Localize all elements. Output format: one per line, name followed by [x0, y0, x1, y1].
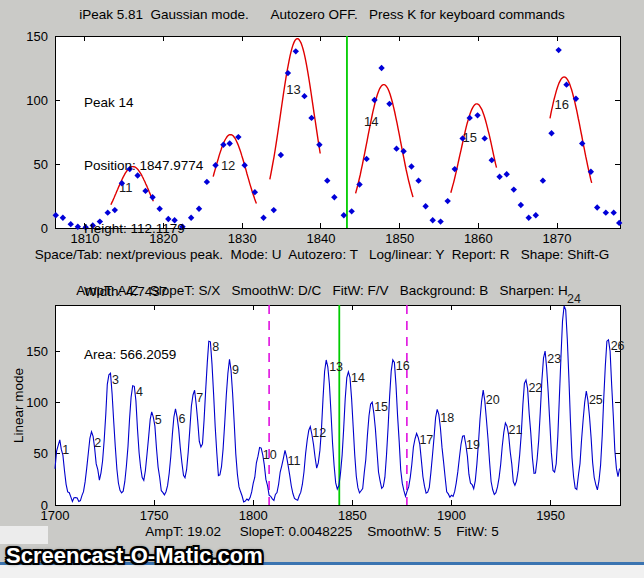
tick-label: 0 — [41, 498, 48, 513]
bottom-plot-title: AmpT: A/Z SlopeT: S/X SmoothW: D/C FitW:… — [20, 283, 624, 298]
bottom-peak-label-1: 1 — [62, 443, 69, 457]
tick-label: 50 — [34, 446, 48, 461]
ipeak-window: iPeak 5.81 Gaussian mode. Autozero OFF. … — [0, 0, 644, 578]
top-peak-label-16: 16 — [555, 97, 569, 112]
tick-label: 1950 — [536, 508, 565, 523]
tick-label: 100 — [26, 395, 48, 410]
peak-readout: Peak 14 Position: 1847.9774 Height: 112.… — [84, 50, 203, 407]
bottom-peak-label-18: 18 — [440, 411, 454, 425]
bottom-peak-label-16: 16 — [396, 359, 410, 373]
readout-area: Area: 566.2059 — [84, 344, 203, 365]
tick-label: 1800 — [239, 508, 268, 523]
bottom-peak-label-12: 12 — [312, 426, 326, 440]
watermark-patch — [0, 526, 48, 544]
bottom-peak-label-5: 5 — [155, 413, 162, 427]
tick-label: 1860 — [464, 231, 493, 246]
tick-label: 1750 — [140, 508, 169, 523]
tick-label: 0 — [41, 221, 48, 236]
tick-label: 1850 — [385, 231, 414, 246]
tick-label: 1900 — [437, 508, 466, 523]
bottom-peak-label-26: 26 — [611, 339, 625, 353]
readout-height: Height: 112.1179 — [84, 218, 203, 239]
tick-label: 150 — [26, 29, 48, 44]
settings-caption: AmpT: 19.02 SlopeT: 0.0048225 SmoothW: 5… — [20, 524, 624, 539]
bottom-peak-label-2: 2 — [94, 436, 101, 450]
tick-label: 1850 — [338, 508, 367, 523]
readout-peak-number: Peak 14 — [84, 92, 203, 113]
bottom-peak-label-21: 21 — [509, 423, 523, 437]
tick-label: 100 — [26, 93, 48, 108]
bottom-peak-label-15: 15 — [374, 400, 388, 414]
tick-label: 1830 — [228, 231, 257, 246]
bottom-peak-label-6: 6 — [179, 412, 186, 426]
readout-position: Position: 1847.9774 — [84, 155, 203, 176]
bottom-peak-label-22: 22 — [528, 381, 542, 395]
bottom-peak-label-23: 23 — [547, 352, 561, 366]
bottom-peak-label-14: 14 — [351, 371, 365, 385]
bottom-peak-label-19: 19 — [466, 438, 480, 452]
keyboard-hints-line: Space/Tab: next/previous peak. Mode: U A… — [20, 247, 624, 262]
y-axis-label: Linear mode — [11, 361, 26, 451]
top-peak-label-12: 12 — [221, 158, 235, 173]
bottom-peak-label-10: 10 — [263, 448, 277, 462]
bottom-peak-label-20: 20 — [486, 393, 500, 407]
bottom-peak-label-13: 13 — [329, 360, 343, 374]
tick-label: 150 — [26, 344, 48, 359]
bottom-peak-label-9: 9 — [232, 363, 239, 377]
watermark-text: Screencast-O-Matic.com — [6, 543, 263, 569]
bottom-peak-label-17: 17 — [419, 433, 433, 447]
top-peak-label-14: 14 — [364, 114, 378, 129]
bottom-peak-label-11: 11 — [288, 454, 301, 468]
bottom-peak-label-8: 8 — [212, 340, 219, 354]
top-peak-label-13: 13 — [286, 82, 300, 97]
tick-label: 1840 — [307, 231, 336, 246]
bottom-peak-label-25: 25 — [589, 393, 603, 407]
tick-label: 1870 — [543, 231, 572, 246]
tick-label: 50 — [34, 157, 48, 172]
